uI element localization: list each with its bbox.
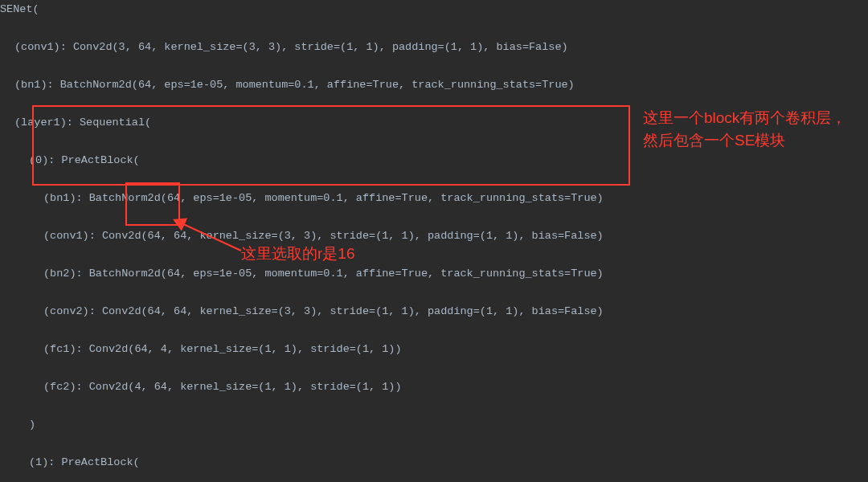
code-line: SENet( (0, 0, 610, 19)
annotation-mid: 这里选取的r是16 (241, 243, 354, 265)
code-line: (bn1): BatchNorm2d(64, eps=1e-05, moment… (0, 76, 610, 95)
code-line: (fc2): Conv2d(4, 64, kernel_size=(1, 1),… (0, 378, 610, 397)
svg-line-0 (182, 223, 241, 251)
code-block: SENet( (conv1): Conv2d(3, 64, kernel_siz… (0, 0, 610, 482)
annotation-right: 这里一个block有两个卷积层，然后包含一个SE模块 (643, 107, 852, 152)
highlight-box-fc-ratio (125, 182, 180, 226)
code-line: ) (0, 415, 610, 435)
code-line: (conv1): Conv2d(3, 64, kernel_size=(3, 3… (0, 38, 610, 57)
code-line: (bn1): BatchNorm2d(64, eps=1e-05, moment… (0, 189, 610, 208)
highlight-box-block-convs (32, 105, 630, 186)
code-line: (1): PreActBlock( (0, 453, 610, 472)
code-line: (fc1): Conv2d(64, 4, kernel_size=(1, 1),… (0, 340, 610, 359)
code-line: (conv2): Conv2d(64, 64, kernel_size=(3, … (0, 302, 610, 321)
code-line: (bn2): BatchNorm2d(64, eps=1e-05, moment… (0, 264, 610, 284)
arrow-icon (177, 219, 249, 259)
